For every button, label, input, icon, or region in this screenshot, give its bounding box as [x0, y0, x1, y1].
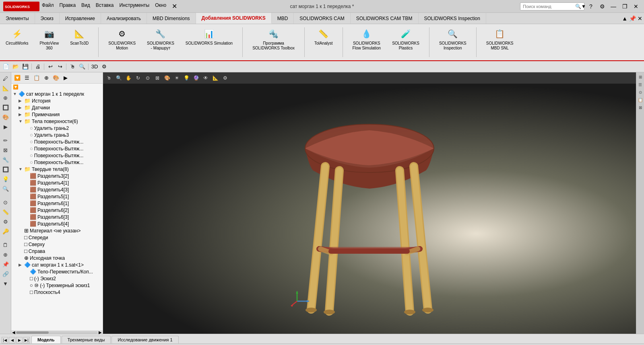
right-icon-1[interactable]: ⊞	[637, 73, 644, 80]
ribbon-collapse-button[interactable]: ▲	[622, 15, 627, 22]
tab-3dviews[interactable]: Трехмерные виды	[62, 336, 111, 343]
menu-edit[interactable]: Правка	[57, 2, 78, 11]
ribbon-pin-button[interactable]: 📌	[629, 15, 636, 22]
tree-split5-1[interactable]: 🟫 Разделить5[1]	[11, 193, 103, 200]
ribbon-btn-tolanalyst[interactable]: 📏 TolAnalyst	[312, 26, 335, 47]
tab-nav-last[interactable]: ▶|	[23, 337, 30, 343]
tree-right[interactable]: □ Справа	[11, 248, 103, 255]
ribbon-close-button[interactable]: ✕	[638, 15, 642, 22]
tree-sub-asm[interactable]: ▶ 🔷 сат морган 1 к 1.sat<1>	[11, 261, 103, 268]
tb-zoom[interactable]: 🔍	[78, 62, 87, 71]
tb-undo[interactable]: ↩	[46, 62, 55, 71]
tab-mbd[interactable]: MBD	[272, 13, 294, 24]
ribbon-btn-scanto3d[interactable]: 📐 ScanTo3D	[68, 26, 91, 47]
right-icon-5[interactable]: ⊠	[637, 104, 644, 111]
tree-root[interactable]: ▼ 🔷 сат морган 1 к 1 переделк	[11, 90, 103, 97]
ribbon-btn-photoview[interactable]: 📷 PhotoView 360	[37, 26, 61, 52]
tree-split6-3[interactable]: 🟫 Разделить6[3]	[11, 214, 103, 220]
side-icon-20[interactable]: 🔗	[1, 269, 10, 278]
tb-options[interactable]: ⚙	[100, 62, 109, 71]
menu-view[interactable]: Вид	[79, 2, 93, 11]
side-icon-21[interactable]: ▼	[1, 279, 10, 288]
side-icon-16[interactable]: 🔑	[1, 227, 10, 236]
tree-plane4[interactable]: □ Плоскость4	[11, 289, 103, 296]
vp-btn-zoom[interactable]: 🔍	[114, 74, 123, 82]
ribbon-btn-motion[interactable]: ⚙ SOLIDWORKSMotion	[106, 26, 138, 52]
tab-model[interactable]: Модель	[31, 336, 61, 343]
tree-sketch2[interactable]: □ (-) Эскиз2	[11, 275, 103, 282]
tree-solid-bodies[interactable]: ▼ 📁 Твердые тела(8)	[11, 166, 103, 172]
vp-btn-hide[interactable]: 👁	[201, 74, 210, 82]
ribbon-btn-simulation[interactable]: 📊 SOLIDWORKS Simulation	[183, 26, 235, 47]
tree-front[interactable]: □ Спереди	[11, 234, 103, 241]
expand-subasm[interactable]: ▶	[19, 263, 24, 267]
side-icon-6[interactable]: ▶	[1, 122, 10, 131]
tree-delete-face2[interactable]: ○ Удалить грань2	[11, 125, 103, 131]
expand-root[interactable]: ▼	[13, 92, 19, 96]
ribbon-btn-circuitworks[interactable]: ⚡ CircuitWorks	[3, 26, 31, 47]
menu-tools[interactable]: Инструменты	[117, 2, 152, 11]
side-icon-7[interactable]: ✏	[1, 136, 10, 145]
tree-material[interactable]: ⊞ Материал <не указан>	[11, 227, 103, 234]
vp-btn-display[interactable]: 🎨	[163, 74, 171, 82]
side-icon-19[interactable]: 📌	[1, 260, 10, 269]
vp-btn-pan[interactable]: ✋	[124, 74, 133, 82]
tree-notes[interactable]: ▶ 📁 Примечания	[11, 111, 103, 118]
tab-analizirovat[interactable]: Анализировать	[101, 13, 147, 24]
vp-btn-rotate[interactable]: ↻	[134, 74, 142, 82]
right-icon-2[interactable]: ☰	[637, 81, 644, 88]
tb-save[interactable]: 💾	[21, 62, 30, 71]
settings-button[interactable]: ⚙	[597, 2, 607, 10]
ribbon-btn-toolbox[interactable]: 🔩 ПрограммаSOLIDWORKS Toolbox	[250, 26, 297, 52]
tree-split6-1[interactable]: 🟫 Разделить6[1]	[11, 200, 103, 207]
tree-split6-2[interactable]: 🟫 Разделить6[2]	[11, 207, 103, 214]
tree-3dsketch1[interactable]: ○ ⑩ (-) Трехмерный эскиз1	[11, 282, 103, 289]
vp-btn-dimension[interactable]: 📐	[211, 74, 220, 82]
side-icon-17[interactable]: 🗒	[1, 240, 10, 249]
3d-scene[interactable]	[103, 84, 636, 334]
tab-sw-cam-tbm[interactable]: SOLIDWORKS CAM TBM	[351, 13, 419, 24]
tree-btn-3[interactable]: ⊕	[42, 74, 51, 82]
side-icon-9[interactable]: 🔧	[1, 155, 10, 164]
tab-mbd-dimensions[interactable]: MBD Dimensions	[147, 13, 196, 24]
menu-file[interactable]: Файл	[39, 2, 56, 11]
tree-split3-2[interactable]: 🟫 Разделить3[2]	[11, 172, 103, 179]
tree-sensors[interactable]: ▶ 📁 Датчики	[11, 104, 103, 111]
expand-history[interactable]: ▶	[19, 99, 24, 103]
side-icon-14[interactable]: 📏	[1, 207, 10, 216]
scroll-right-btn[interactable]: ▶	[99, 330, 102, 335]
tree-delete-face3[interactable]: ○ Удалить грань3	[11, 131, 103, 138]
tree-history[interactable]: ▶ 📁 История	[11, 97, 103, 104]
dropdown-icon[interactable]: ▼	[581, 4, 586, 9]
side-icon-2[interactable]: 📐	[1, 84, 10, 92]
side-icon-5[interactable]: 🎨	[1, 113, 10, 121]
right-icon-4[interactable]: 📋	[637, 96, 644, 103]
tree-filter-icon[interactable]: 🔽	[13, 74, 22, 82]
right-icon-3[interactable]: ⊙	[637, 88, 644, 96]
vp-btn-appear[interactable]: 🔮	[192, 74, 200, 82]
tree-split4-1[interactable]: 🟫 Разделить4[1]	[11, 179, 103, 186]
side-icon-4[interactable]: 🔲	[1, 103, 10, 112]
viewport[interactable]: 🖱 🔍 ✋ ↻ ⊙ ⊠ 🎨 ☀ 💡 🔮 👁 📐 ⚙	[103, 72, 636, 334]
menu-window[interactable]: Окно	[153, 2, 169, 11]
side-icon-11[interactable]: 💡	[1, 175, 10, 183]
tab-nav-first[interactable]: |◀	[2, 337, 8, 343]
help-button[interactable]: ?	[586, 2, 596, 10]
tb-open[interactable]: 📂	[11, 62, 20, 71]
vp-btn-settings[interactable]: ⚙	[221, 74, 229, 82]
side-icon-18[interactable]: ⊕	[1, 250, 10, 259]
tab-motion-study[interactable]: Исследование движения 1	[111, 336, 178, 343]
side-icon-15[interactable]: ⚙	[1, 217, 10, 226]
menu-close[interactable]: ✕	[169, 2, 180, 11]
tree-split4-3[interactable]: 🟫 Разделить4[3]	[11, 186, 103, 193]
tree-origin[interactable]: ⊕ Исходная точка	[11, 255, 103, 261]
tree-surf-extrude1[interactable]: ○ Поверхность-Вытяж...	[11, 138, 103, 145]
tree-btn-5[interactable]: ▶	[61, 74, 70, 82]
vp-btn-section[interactable]: ⊠	[153, 74, 162, 82]
tab-nav-prev[interactable]: ◀	[9, 337, 15, 343]
tab-nav-next[interactable]: ▶	[16, 337, 23, 343]
tree-top[interactable]: □ Сверху	[11, 241, 103, 248]
tree-move-body[interactable]: 🔷 Тело-Переместить/Коп...	[11, 268, 103, 275]
ribbon-btn-routing[interactable]: 🔧 SOLIDWORKS- Маршрут	[144, 26, 177, 52]
tree-surf-extrude3[interactable]: ○ Поверхность-Вытяж...	[11, 152, 103, 159]
